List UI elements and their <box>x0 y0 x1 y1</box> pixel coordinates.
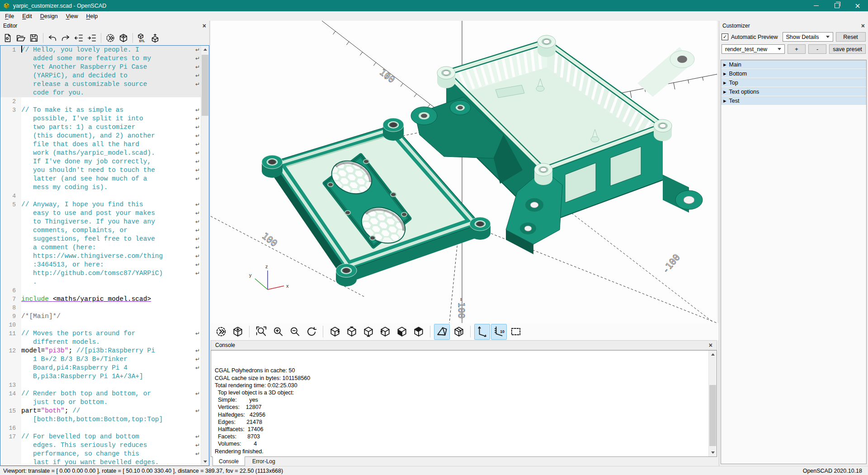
console-close-icon[interactable]: × <box>709 342 712 348</box>
scroll-down-icon[interactable] <box>201 458 209 466</box>
code-text: comments, complaints, or <box>21 226 194 235</box>
code-row: 16 <box>0 424 201 432</box>
add-preset-button[interactable]: + <box>788 44 806 54</box>
render-button[interactable] <box>230 324 245 340</box>
view-top-button[interactable] <box>344 324 359 340</box>
wrap-spacer <box>194 321 201 329</box>
preview-button[interactable] <box>104 32 117 44</box>
code-text: added some more features to my <box>21 54 194 63</box>
wrap-spacer <box>194 278 201 286</box>
zoom-in-button[interactable] <box>270 324 286 340</box>
editor-scrollbar[interactable] <box>201 46 209 466</box>
line-number <box>0 114 21 123</box>
code-text: suggestions, feel free to leave <box>21 235 194 243</box>
preset-combobox[interactable]: render_test_new <box>722 44 785 54</box>
zoom-all-button[interactable] <box>253 324 269 340</box>
wrap-indicator-icon: ↵ <box>194 407 201 415</box>
code-text: // Hello, you lovely people. I <box>21 46 194 54</box>
automatic-preview-checkbox[interactable]: ✓ <box>722 33 728 40</box>
view-right-button[interactable] <box>327 324 343 340</box>
redo-button[interactable] <box>59 32 72 44</box>
section-text-options[interactable]: ▶Text options <box>721 87 866 96</box>
zoom-out-button[interactable] <box>287 324 302 340</box>
indent-button[interactable] <box>85 32 98 44</box>
restore-button[interactable] <box>826 0 847 11</box>
details-dropdown[interactable]: Show Details <box>783 32 833 42</box>
perspective-button[interactable] <box>434 324 450 340</box>
new-file-button[interactable] <box>1 32 14 44</box>
code-text <box>21 304 194 312</box>
unindent-button[interactable] <box>72 32 85 44</box>
console-line: Simple: yes <box>215 396 717 404</box>
tab-console[interactable]: Console <box>212 456 245 466</box>
wrap-indicator-icon: ↵ <box>194 261 201 269</box>
editor-close-icon[interactable]: × <box>203 23 206 29</box>
code-row: 3// To make it as simple as↵ <box>0 106 201 114</box>
editor-panel: Editor × STL 1// Hello, you lovely peopl… <box>0 21 210 466</box>
reset-button[interactable]: Reset <box>836 32 866 42</box>
orthogonal-button[interactable] <box>451 324 467 340</box>
section-label: Bottom <box>729 71 747 77</box>
view-back-button[interactable] <box>410 324 426 340</box>
menu-view[interactable]: View <box>62 12 82 20</box>
line-number <box>0 183 21 192</box>
3d-viewport[interactable]: 100 100 -100 -100 <box>211 21 717 323</box>
code-row: 2 <box>0 97 201 106</box>
show-axes-button[interactable] <box>474 324 490 340</box>
preview-button[interactable] <box>213 324 229 340</box>
minimize-button[interactable] <box>806 0 826 11</box>
menu-file[interactable]: File <box>1 12 18 20</box>
render-button[interactable] <box>117 32 130 44</box>
console-scrollbar[interactable] <box>708 351 717 456</box>
menu-help[interactable]: Help <box>82 12 102 20</box>
code-text: // For bevelled top and bottom <box>21 432 194 441</box>
section-bottom[interactable]: ▶Bottom <box>721 69 866 78</box>
section-top[interactable]: ▶Top <box>721 78 866 87</box>
customizer-panel: Customizer × ✓ Automatic Preview Show De… <box>719 21 868 466</box>
line-number <box>0 252 21 261</box>
scroll-up-icon[interactable] <box>709 351 717 358</box>
code-text <box>21 192 194 200</box>
print-3d-button[interactable] <box>149 32 161 44</box>
console-scroll-thumb[interactable] <box>709 385 716 446</box>
wrap-indicator-icon: ↵ <box>194 226 201 235</box>
customizer-close-icon[interactable]: × <box>861 23 865 29</box>
open-file-button[interactable] <box>14 32 27 44</box>
remove-preset-button[interactable]: - <box>808 44 826 54</box>
code-text: . <box>21 278 194 286</box>
wrap-indicator-icon: ↵ <box>194 218 201 226</box>
wrap-spacer <box>194 183 201 192</box>
reset-view-button[interactable] <box>303 324 319 340</box>
console-output: CGAL Polyhedrons in cache: 50CGAL cache … <box>211 350 717 457</box>
code-row: performance, so change this↵ <box>0 450 201 458</box>
code-text: performance, so change this <box>21 450 194 458</box>
line-number: 10 <box>0 321 21 329</box>
code-row: 6 <box>0 286 201 295</box>
code-text: // Moves the ports around for <box>21 329 194 338</box>
axis-label: 100 <box>260 230 279 249</box>
view-all-button[interactable] <box>508 324 524 340</box>
menu-edit[interactable]: Edit <box>18 12 36 20</box>
line-number: 14 <box>0 390 21 398</box>
view-bottom-button[interactable] <box>360 324 376 340</box>
export-stl-button[interactable]: STL <box>136 32 148 44</box>
save-preset-button[interactable]: save preset <box>829 44 866 54</box>
code-row: two parts: 1) a customizer↵ <box>0 123 201 132</box>
section-test[interactable]: ▶Test <box>721 96 866 105</box>
scroll-down-icon[interactable] <box>709 449 717 456</box>
undo-button[interactable] <box>46 32 59 44</box>
view-left-button[interactable] <box>377 324 393 340</box>
code-text: release a customizable source <box>21 80 194 89</box>
section-main[interactable]: ▶Main <box>721 60 866 69</box>
view-front-button[interactable] <box>394 324 410 340</box>
save-button[interactable] <box>28 32 40 44</box>
show-scale-markers-button[interactable]: 10 <box>491 324 507 340</box>
wrap-indicator-icon: ↵ <box>194 46 201 54</box>
scroll-up-icon[interactable] <box>201 46 209 53</box>
tab-error-log[interactable]: Error-Log <box>246 457 282 466</box>
menu-design[interactable]: Design <box>36 12 62 20</box>
code-editor[interactable]: 1// Hello, you lovely people. I↵ added s… <box>0 45 209 466</box>
close-button[interactable]: × <box>847 0 868 11</box>
editor-scroll-thumb[interactable] <box>202 55 208 116</box>
wrap-indicator-icon: ↵ <box>194 123 201 132</box>
